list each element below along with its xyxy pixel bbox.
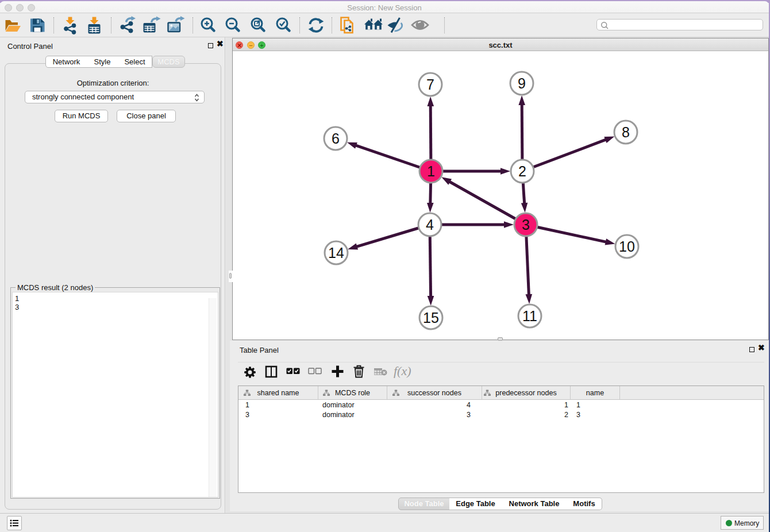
svg-text:1: 1: [427, 163, 435, 179]
svg-text:4: 4: [426, 217, 434, 233]
svg-text:2: 2: [518, 163, 526, 179]
svg-text:11: 11: [522, 308, 537, 324]
svg-text:15: 15: [423, 310, 439, 326]
svg-text:6: 6: [332, 130, 340, 147]
svg-text:14: 14: [328, 245, 344, 261]
svg-text:7: 7: [426, 76, 434, 92]
svg-text:10: 10: [619, 238, 635, 255]
svg-text:9: 9: [518, 75, 526, 91]
svg-text:3: 3: [522, 217, 530, 233]
svg-text:8: 8: [622, 124, 630, 140]
